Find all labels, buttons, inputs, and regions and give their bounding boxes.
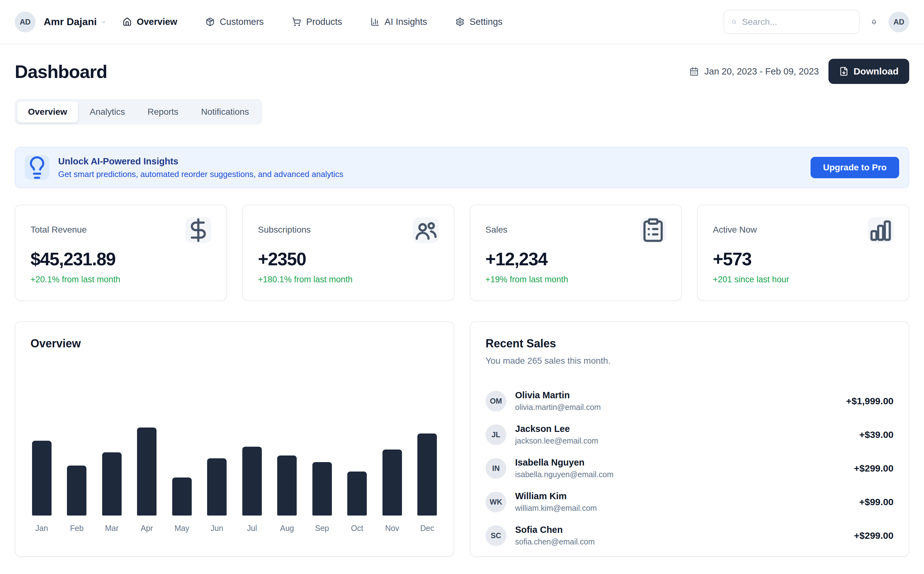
chart-bar-label: May [175, 524, 189, 533]
search-icon [732, 19, 737, 24]
chart-column: Mar [94, 453, 129, 533]
nav-item-label: Products [306, 17, 342, 27]
tab-label: Notifications [201, 107, 249, 117]
overview-chart-card: Overview Jan Feb Mar Apr [15, 321, 454, 557]
tab[interactable]: Analytics [79, 101, 136, 122]
tab[interactable]: Reports [137, 101, 189, 122]
stat-title: Active Now [713, 225, 757, 235]
stat-delta: +19% from last month [486, 275, 666, 284]
sale-name: Olivia Martin [515, 390, 601, 401]
stat-card: Sales +12,234 +19% from last month [470, 205, 682, 301]
stat-card: Active Now +573 +201 since last hour [697, 205, 909, 301]
stat-title: Total Revenue [30, 225, 87, 235]
chart-bar-label: Apr [141, 524, 153, 533]
search-box[interactable] [724, 10, 859, 34]
page-title: Dashboard [15, 61, 107, 82]
tabs: Overview Analytics Reports Notifications [15, 99, 262, 125]
bottom-row: Overview Jan Feb Mar Apr [15, 321, 909, 557]
sale-name: Jackson Lee [515, 424, 598, 434]
chart-bar-label: Dec [420, 524, 434, 533]
nav-item-icon [455, 17, 464, 27]
sale-email: william.kim@email.com [515, 504, 597, 513]
tab[interactable]: Overview [17, 101, 78, 122]
chart-bar [347, 472, 367, 516]
nav-item[interactable]: Settings [455, 17, 502, 27]
lightbulb-icon [25, 155, 49, 180]
nav-item-icon [292, 17, 301, 27]
title-row: Dashboard Jan 20, 2023 - Feb 09, 2023 Do… [15, 59, 909, 84]
nav-item[interactable]: Customers [206, 17, 264, 27]
workspace-avatar[interactable]: AD [15, 12, 36, 32]
stat-cards: Total Revenue $45,231.89 +20.1% from las… [15, 205, 909, 301]
tab[interactable]: Notifications [190, 101, 260, 122]
header-right: AD [724, 10, 909, 34]
chart-column: Aug [270, 456, 305, 533]
download-button[interactable]: Download [828, 59, 909, 84]
sale-avatar: IN [486, 458, 506, 479]
stat-card: Total Revenue $45,231.89 +20.1% from las… [15, 205, 227, 301]
nav-item[interactable]: Overview [123, 17, 177, 27]
nav-item-icon [123, 17, 132, 27]
upgrade-to-pro-button[interactable]: Upgrade to Pro [811, 157, 899, 178]
chart-bar-label: Jul [247, 524, 257, 533]
user-avatar[interactable]: AD [888, 12, 909, 32]
sale-email: olivia.martin@email.com [515, 403, 601, 412]
stat-card: Subscriptions +2350 +180.1% from last mo… [242, 205, 455, 301]
sale-amount: +$99.00 [859, 497, 894, 507]
sale-name: Isabella Nguyen [515, 457, 614, 468]
nav-item-icon [370, 17, 380, 27]
sale-row: WK William Kim william.kim@email.com +$9… [486, 491, 894, 513]
main-content: Dashboard Jan 20, 2023 - Feb 09, 2023 Do… [0, 59, 924, 557]
stat-value: +573 [713, 249, 894, 270]
tab-label: Analytics [90, 107, 125, 117]
nav-item-label: Overview [137, 17, 177, 27]
sale-row: IN Isabella Nguyen isabella.nguyen@email… [486, 457, 894, 479]
nav-item[interactable]: Products [292, 17, 342, 27]
nav-item-label: AI Insights [385, 17, 427, 27]
nav-item-label: Customers [220, 17, 264, 27]
sale-email: isabella.nguyen@email.com [515, 470, 614, 479]
sale-amount: +$1,999.00 [846, 396, 894, 407]
chart-bar [102, 453, 122, 516]
main-nav: Overview Customers Products AI Insights … [123, 17, 502, 27]
banner-text: Unlock AI-Powered Insights Get smart pre… [58, 156, 343, 179]
chevron-down-icon [101, 19, 106, 25]
chart-bar-label: Aug [280, 524, 294, 533]
chart-bar [242, 447, 262, 516]
tab-label: Overview [28, 107, 67, 117]
nav-item[interactable]: AI Insights [370, 17, 427, 27]
chart-bar-label: Jan [36, 524, 48, 533]
search-input[interactable] [741, 17, 852, 27]
recent-sales-subtitle: You made 265 sales this month. [486, 356, 894, 366]
chart-bar-label: Oct [351, 524, 363, 533]
stat-value: +2350 [258, 249, 439, 270]
sale-name: William Kim [515, 491, 597, 501]
banner-title: Unlock AI-Powered Insights [58, 156, 343, 167]
sale-avatar: SC [486, 525, 506, 546]
chart-bar-label: Sep [315, 524, 329, 533]
chart-bar-label: Jun [211, 524, 223, 533]
recent-sales-card: Recent Sales You made 265 sales this mon… [470, 321, 909, 557]
chart-bar [312, 462, 332, 516]
chart-bar-label: Feb [70, 524, 83, 533]
bar-chart: Jan Feb Mar Apr May [24, 427, 445, 533]
sale-row: SC Sofia Chen sofia.chen@email.com +$299… [486, 525, 894, 546]
chart-column: Oct [340, 472, 375, 533]
date-range-picker[interactable]: Jan 20, 2023 - Feb 09, 2023 [689, 66, 819, 77]
file-down-icon [839, 67, 848, 76]
stat-icon [868, 217, 894, 243]
stat-title: Subscriptions [258, 225, 311, 235]
sale-row: OM Olivia Martin olivia.martin@email.com… [486, 390, 894, 412]
chart-column: Apr [129, 427, 165, 533]
sale-amount: +$39.00 [859, 429, 894, 440]
sale-avatar: JL [486, 424, 506, 445]
chart-bar-label: Nov [385, 524, 399, 533]
tabs-wrap: Overview Analytics Reports Notifications [15, 99, 909, 125]
bell-icon[interactable] [872, 19, 877, 25]
chart-bar [207, 458, 227, 516]
stat-delta: +180.1% from last month [258, 275, 439, 284]
workspace-name[interactable]: Amr Dajani [44, 16, 97, 28]
chart-bar [137, 427, 156, 516]
chart-column: Sep [305, 462, 340, 533]
chart-column: Jan [24, 441, 60, 533]
